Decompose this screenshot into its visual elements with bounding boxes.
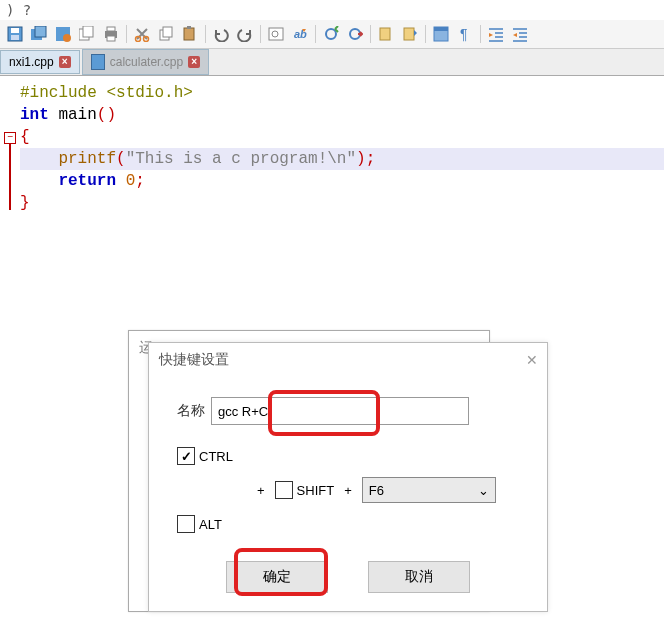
shift-label: SHIFT (297, 483, 335, 498)
name-label: 名称 (177, 402, 205, 420)
bookmark-toggle-icon[interactable] (375, 23, 397, 45)
ctrl-label: CTRL (199, 449, 233, 464)
print-icon[interactable] (100, 23, 122, 45)
svg-rect-18 (269, 28, 283, 40)
indent-icon[interactable] (485, 23, 507, 45)
alt-checkbox[interactable]: ALT (177, 515, 222, 533)
checkbox-icon (177, 515, 195, 533)
save-icon[interactable] (4, 23, 26, 45)
tab-file-label: calculater.cpp (110, 55, 183, 69)
svg-rect-10 (107, 27, 115, 31)
plus-text: + (257, 483, 265, 498)
svg-rect-26 (434, 27, 448, 31)
save-close-icon[interactable] (52, 23, 74, 45)
copy-all-icon[interactable] (76, 23, 98, 45)
svg-point-6 (63, 34, 71, 42)
dialog-close-button[interactable]: ✕ (517, 349, 547, 371)
svg-rect-8 (83, 26, 93, 37)
tab-bar: nxi1.cpp × calculater.cpp × (0, 49, 664, 76)
svg-rect-11 (107, 36, 115, 41)
svg-rect-1 (11, 28, 19, 33)
svg-rect-16 (184, 28, 194, 40)
shortcut-settings-dialog: 快捷键设置 ✕ 名称 ✓ CTRL + SHIFT + F6 ⌄ (148, 342, 548, 612)
tab-active[interactable]: nxi1.cpp × (0, 50, 80, 74)
tab-file-label: nxi1.cpp (9, 55, 54, 69)
alt-label: ALT (199, 517, 222, 532)
svg-rect-4 (35, 26, 46, 37)
cut-icon[interactable] (131, 23, 153, 45)
file-icon (91, 54, 105, 70)
key-value: F6 (369, 483, 384, 498)
find-icon[interactable] (265, 23, 287, 45)
dialog-title: 快捷键设置 (159, 351, 229, 369)
plus-text: + (344, 483, 352, 498)
ctrl-checkbox[interactable]: ✓ CTRL (177, 447, 233, 465)
ok-button[interactable]: 确定 (226, 561, 328, 593)
shift-checkbox[interactable]: SHIFT (275, 481, 335, 499)
copy-icon[interactable] (155, 23, 177, 45)
fold-toggle-icon[interactable]: − (4, 132, 16, 144)
outdent-icon[interactable] (509, 23, 531, 45)
compile-icon[interactable] (320, 23, 342, 45)
run-icon[interactable] (344, 23, 366, 45)
redo-icon[interactable] (234, 23, 256, 45)
cancel-button[interactable]: 取消 (368, 561, 470, 593)
svg-text:¶: ¶ (460, 26, 468, 42)
svg-rect-17 (187, 26, 191, 29)
undo-icon[interactable] (210, 23, 232, 45)
paste-icon[interactable] (179, 23, 201, 45)
tab-close-icon[interactable]: × (59, 56, 71, 68)
code-editor[interactable]: − #include <stdio.h> int main() { printf… (0, 76, 664, 214)
fold-gutter: − (0, 82, 18, 214)
svg-rect-24 (404, 28, 414, 40)
checkbox-icon (275, 481, 293, 499)
svg-rect-2 (11, 35, 19, 40)
tab-inactive[interactable]: calculater.cpp × (82, 49, 209, 75)
chevron-down-icon: ⌄ (478, 483, 489, 498)
toggle-panel-icon[interactable] (430, 23, 452, 45)
svg-rect-15 (163, 27, 172, 37)
toolbar: ab ¶ (0, 20, 664, 49)
name-input[interactable] (211, 397, 469, 425)
save-all-icon[interactable] (28, 23, 50, 45)
pilcrow-icon[interactable]: ¶ (454, 23, 476, 45)
key-combobox[interactable]: F6 ⌄ (362, 477, 496, 503)
bookmark-prev-icon[interactable] (399, 23, 421, 45)
tab-close-icon[interactable]: × (188, 56, 200, 68)
replace-icon[interactable]: ab (289, 23, 311, 45)
svg-rect-23 (380, 28, 390, 40)
fragment-text: ) ? (0, 0, 664, 20)
checkbox-icon: ✓ (177, 447, 195, 465)
svg-point-21 (326, 29, 336, 39)
